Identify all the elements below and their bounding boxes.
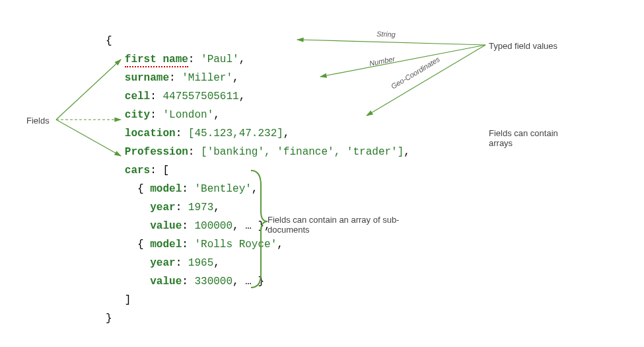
key-profession: Profession [125, 146, 188, 158]
key-model: model [150, 239, 182, 251]
key-value: value [150, 220, 182, 232]
label-subdocs: Fields can contain an array of sub-docum… [268, 215, 413, 235]
key-location: location [125, 128, 176, 139]
key-city: city [125, 109, 150, 121]
val-year-b: 1965 [188, 257, 213, 269]
key-model: model [150, 183, 182, 195]
val-city: 'London' [162, 109, 213, 121]
val-cell: 447557505611 [162, 91, 238, 102]
key-cars: cars [125, 165, 150, 176]
brace-close: } [106, 313, 112, 325]
val-first-name: 'Paul' [201, 54, 239, 65]
key-cell: cell [125, 91, 150, 102]
val-location: [45.123,47.232] [188, 128, 283, 139]
val-profession: ['banking', 'finance', 'trader'] [201, 146, 404, 158]
key-year: year [150, 202, 175, 213]
label-typed: Typed field values [489, 41, 557, 51]
key-surname: surname [125, 72, 169, 84]
key-value: value [150, 276, 182, 288]
val-value-a: 100000 [194, 220, 233, 232]
val-model-a: 'Bentley' [194, 183, 251, 195]
val-surname: 'Miller' [182, 72, 233, 84]
label-arrays: Fields can contain arrays [489, 128, 581, 148]
code-block: { first name: 'Paul', surname: 'Miller',… [106, 13, 410, 328]
key-year: year [150, 257, 175, 269]
val-year-a: 1973 [188, 202, 213, 213]
brace-open: { [106, 35, 112, 47]
key-first-name: first name [125, 54, 188, 67]
label-fields: Fields [26, 116, 50, 126]
val-model-b: 'Rolls Royce' [194, 239, 277, 251]
val-value-b: 330000 [194, 276, 233, 288]
bracket-close: ] [125, 294, 131, 306]
